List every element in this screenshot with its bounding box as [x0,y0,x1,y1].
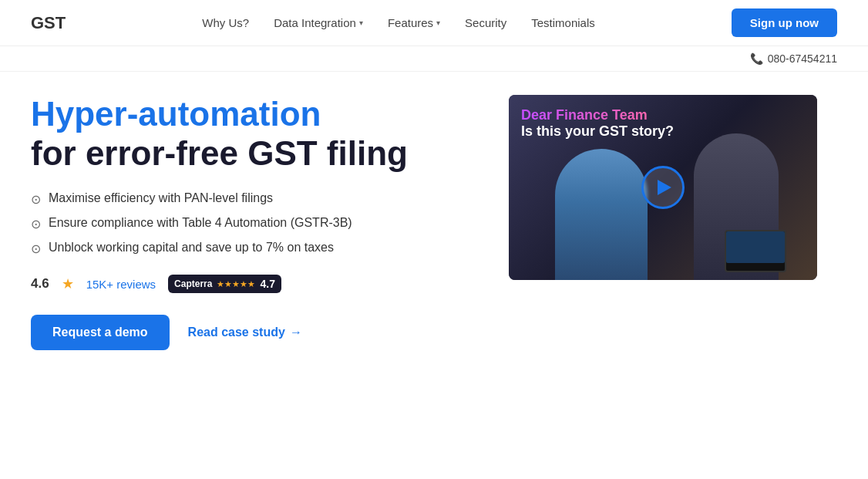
signup-button[interactable]: Sign up now [732,8,837,37]
video-thumbnail[interactable]: Dear Finance Team Is this your GST story… [509,95,817,280]
feature-checklist: ⊙ Maximise efficiency with PAN-level fil… [31,191,463,256]
case-study-label: Read case study [188,326,285,339]
navigation: Why Us? Data Integration ▾ Features ▾ Se… [202,16,595,29]
video-overlay: Dear Finance Team Is this your GST story… [521,107,674,140]
star-icon: ★ [62,275,74,292]
reviews-link[interactable]: 15K+ reviews [86,278,156,291]
header: GST Why Us? Data Integration ▾ Features … [0,0,868,46]
laptop-figure [725,230,786,272]
play-icon [658,180,671,195]
arrow-icon: → [290,326,302,339]
checklist-text: Maximise efficiency with PAN-level filin… [49,191,273,205]
hero-headline: Hyper-automation for error-free GST fili… [31,95,463,173]
phone-bar: 📞 080-67454211 [0,46,868,72]
case-study-link[interactable]: Read case study → [188,326,302,339]
checklist-item: ⊙ Ensure compliance with Table 4 Automat… [31,216,463,231]
logo: GST [31,13,66,33]
nav-security[interactable]: Security [465,16,506,29]
phone-number: 080-67454211 [768,52,837,65]
hero-right: Dear Finance Team Is this your GST story… [509,95,817,280]
main-content: Hyper-automation for error-free GST fili… [0,72,868,373]
laptop-screen [726,231,785,263]
nav-features[interactable]: Features ▾ [388,16,440,29]
rating-score: 4.6 [31,276,49,292]
checklist-item: ⊙ Maximise efficiency with PAN-level fil… [31,191,463,207]
nav-why-us[interactable]: Why Us? [202,16,249,29]
cta-buttons: Request a demo Read case study → [31,315,463,350]
video-title-bottom: Is this your GST story? [521,123,674,140]
play-button[interactable] [641,166,685,209]
demo-button[interactable]: Request a demo [31,315,170,350]
check-icon: ⊙ [31,217,41,231]
chevron-down-icon: ▾ [436,19,440,27]
capterra-stars: ★★★★★ [217,279,255,289]
chevron-down-icon: ▾ [359,19,363,27]
check-icon: ⊙ [31,192,41,207]
person-figure-left [555,149,648,280]
checklist-text: Unblock working capital and save up to 7… [49,241,334,255]
check-icon: ⊙ [31,241,41,256]
checklist-item: ⊙ Unblock working capital and save up to… [31,241,463,256]
capterra-badge: Capterra ★★★★★ 4.7 [168,275,281,293]
hero-left: Hyper-automation for error-free GST fili… [31,95,463,350]
capterra-score: 4.7 [260,278,274,290]
headline-blue: Hyper-automation [31,95,321,133]
capterra-logo: Capterra [174,278,212,289]
video-title-top: Dear Finance Team [521,107,674,123]
nav-testimonials[interactable]: Testimonials [531,16,595,29]
checklist-text: Ensure compliance with Table 4 Automatio… [49,216,352,230]
phone-icon: 📞 [750,52,763,65]
headline-dark: for error-free GST filing [31,134,408,172]
ratings-row: 4.6 ★ 15K+ reviews Capterra ★★★★★ 4.7 [31,275,463,293]
nav-data-integration[interactable]: Data Integration ▾ [274,16,363,29]
